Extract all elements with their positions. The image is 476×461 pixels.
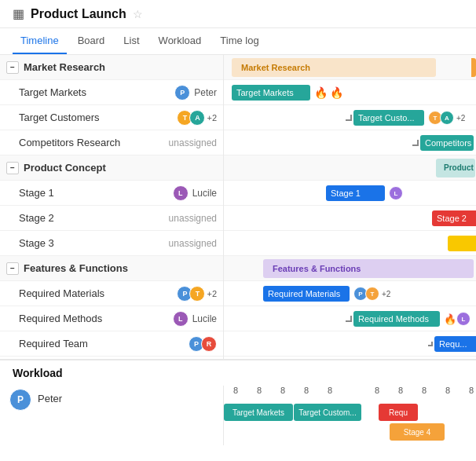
collapse-product-concept[interactable]: − bbox=[6, 162, 19, 174]
count-badge: +2 bbox=[207, 289, 217, 298]
avatar: L bbox=[173, 311, 189, 327]
bar-label: Product Co... bbox=[441, 163, 475, 172]
favorite-icon[interactable]: ☆ bbox=[133, 8, 143, 20]
assignee-area: P R bbox=[189, 336, 217, 352]
count-badge: +2 bbox=[207, 113, 217, 123]
task-label: Stage 2 bbox=[19, 212, 164, 224]
task-stage1: Stage 1 L Lucile bbox=[0, 181, 223, 206]
wnum: 8 bbox=[318, 386, 342, 403]
wnum: 8 bbox=[247, 386, 271, 403]
gantt-row-stage3 bbox=[224, 231, 476, 256]
task-required-team: Required Team P R bbox=[0, 331, 223, 357]
bar-required-materials: Required Materials bbox=[263, 286, 350, 302]
count-badge: +2 bbox=[456, 114, 465, 123]
arrow-down1 bbox=[346, 115, 352, 121]
wnum: 8 bbox=[365, 386, 389, 403]
workload-numbers: 8 8 8 8 8 8 8 8 8 8 bbox=[224, 386, 476, 403]
wnum: 8 bbox=[295, 386, 318, 403]
group-label: Market Research bbox=[24, 61, 217, 73]
workload-title: Workload bbox=[0, 360, 476, 386]
collapse-features-functions[interactable]: − bbox=[6, 262, 19, 275]
workload-bar-requ: Requ bbox=[379, 404, 418, 421]
workload-username: Peter bbox=[38, 393, 62, 404]
assignee-area: L Lucile bbox=[173, 311, 217, 327]
bar-label: Target Custo... bbox=[358, 113, 415, 123]
bar-target-markets: Target Markets bbox=[232, 85, 310, 101]
workload-bar-target-markets: Target Markets bbox=[224, 404, 293, 421]
wnum: 8 bbox=[436, 386, 460, 403]
task-label: Target Markets bbox=[19, 86, 170, 98]
gantt-row-required-methods: Required Methods 🔥 L bbox=[224, 306, 476, 331]
task-required-methods: Required Methods L Lucile bbox=[0, 306, 223, 331]
wnum: 8 bbox=[224, 386, 247, 403]
tab-timeline[interactable]: Timeline bbox=[13, 28, 67, 54]
assignee-name: Lucile bbox=[192, 313, 217, 324]
assignee-name: Lucile bbox=[192, 188, 217, 199]
task-target-markets: Target Markets P Peter bbox=[0, 80, 223, 105]
mini-avatar: A bbox=[440, 111, 454, 125]
tab-timelog[interactable]: Time log bbox=[212, 28, 266, 54]
task-label: Stage 3 bbox=[19, 237, 164, 249]
wnum: 8 bbox=[460, 386, 476, 403]
assignee-name: Peter bbox=[194, 87, 217, 98]
arrow-down2 bbox=[412, 140, 419, 146]
assignee-area: P Peter bbox=[174, 85, 217, 101]
task-label: Target Customers bbox=[19, 112, 172, 123]
bar-label: Requ... bbox=[439, 339, 467, 349]
group-label: Product Concept bbox=[24, 162, 217, 174]
bar-features-functions-group: Features & Functions bbox=[263, 259, 474, 278]
task-label: Required Materials bbox=[19, 287, 172, 299]
avatar: L bbox=[173, 185, 189, 201]
gantt-row-target-customers: Target Custo... T A +2 bbox=[224, 105, 476, 130]
mini-avatar: T bbox=[365, 287, 379, 301]
bar-assignees-materials: P T +2 bbox=[353, 287, 390, 301]
workload-avatar: P bbox=[9, 389, 31, 411]
bar-label: Target Markets bbox=[236, 88, 294, 97]
avatar: A bbox=[189, 110, 205, 126]
bar-label: Stage 1 bbox=[331, 188, 361, 198]
tab-list[interactable]: List bbox=[115, 28, 147, 54]
flame-icon3: 🔥 bbox=[444, 313, 456, 325]
app-header: ▦ Product Launch ☆ bbox=[0, 0, 476, 28]
workload-bars-row1: Target Markets Target Custom... Requ bbox=[224, 403, 476, 422]
gantt-row-target-markets: Target Markets 🔥 🔥 bbox=[224, 80, 476, 105]
tab-board[interactable]: Board bbox=[70, 28, 113, 54]
assignee-area: P T +2 bbox=[177, 286, 217, 302]
gantt-row-features-functions-group: Features & Functions bbox=[224, 256, 476, 281]
task-target-customers: Target Customers T A +2 bbox=[0, 105, 223, 130]
workload-section: Workload P Peter 8 8 8 8 8 8 8 8 8 8 T bbox=[0, 359, 476, 445]
gantt-row-required-team: Requ... bbox=[224, 331, 476, 357]
assignee-area: L Lucile bbox=[173, 185, 217, 201]
bar-stage1: Stage 1 bbox=[326, 185, 385, 201]
tab-workload[interactable]: Workload bbox=[151, 28, 210, 54]
collapse-market-research[interactable]: − bbox=[6, 61, 19, 74]
bar-label: Stage 2 bbox=[437, 214, 467, 223]
avatar: R bbox=[201, 336, 217, 352]
unassigned-label: unassigned bbox=[169, 137, 217, 148]
gantt-row-competitors-research: Competitors Re... bbox=[224, 130, 476, 155]
arrow-down3 bbox=[346, 316, 352, 322]
group-market-research: − Market Research bbox=[0, 55, 223, 80]
mini-avatar-stage1: L bbox=[389, 186, 403, 200]
workload-body: P Peter 8 8 8 8 8 8 8 8 8 8 Target Marke… bbox=[0, 386, 476, 445]
gantt-row-market-research-group: Market Research bbox=[224, 55, 476, 80]
bar-end-marker bbox=[471, 58, 476, 77]
project-title: Product Launch bbox=[31, 7, 126, 21]
bar-competitors-research: Competitors Re... bbox=[420, 135, 474, 151]
gantt-row-stage2: Stage 2 bbox=[224, 206, 476, 231]
wnum: 8 bbox=[389, 386, 412, 403]
bar-product-concept-group: Product Co... bbox=[436, 159, 475, 177]
group-product-concept: − Product Concept bbox=[0, 155, 223, 181]
gantt-row-stage1: Stage 1 L bbox=[224, 181, 476, 206]
avatar: T bbox=[189, 286, 205, 302]
wnum: 8 bbox=[412, 386, 436, 403]
bar-label: Required Methods bbox=[358, 314, 429, 324]
group-label: Features & Functions bbox=[24, 262, 217, 274]
avatar: P bbox=[174, 85, 190, 101]
bar-stage2-overflow bbox=[471, 210, 476, 226]
wnum bbox=[342, 386, 365, 403]
workload-user-label: P Peter bbox=[0, 386, 224, 445]
bar-market-research-group: Market Research bbox=[232, 58, 436, 77]
workload-gantt: 8 8 8 8 8 8 8 8 8 8 Target Markets Targe… bbox=[224, 386, 476, 445]
bar-required-team: Requ... bbox=[434, 336, 474, 352]
